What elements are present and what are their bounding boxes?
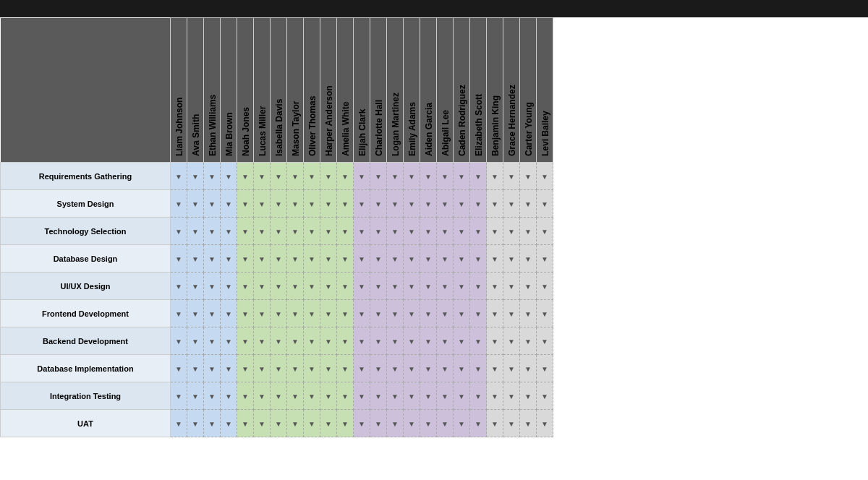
cell[interactable]: ▼ — [437, 163, 454, 190]
cell[interactable]: ▼ — [354, 273, 370, 300]
dropdown-arrow-icon[interactable]: ▼ — [541, 228, 548, 236]
dropdown-arrow-icon[interactable]: ▼ — [292, 310, 299, 318]
cell[interactable]: ▼ — [503, 327, 520, 355]
dropdown-arrow-icon[interactable]: ▼ — [408, 420, 415, 428]
cell[interactable]: ▼ — [237, 410, 254, 437]
dropdown-arrow-icon[interactable]: ▼ — [175, 310, 182, 318]
dropdown-arrow-icon[interactable]: ▼ — [491, 310, 498, 318]
dropdown-arrow-icon[interactable]: ▼ — [225, 173, 232, 181]
cell[interactable]: ▼ — [387, 355, 404, 382]
dropdown-arrow-icon[interactable]: ▼ — [458, 365, 465, 373]
dropdown-arrow-icon[interactable]: ▼ — [425, 393, 432, 400]
cell[interactable]: ▼ — [470, 273, 487, 300]
dropdown-arrow-icon[interactable]: ▼ — [358, 173, 365, 181]
dropdown-arrow-icon[interactable]: ▼ — [275, 310, 282, 318]
dropdown-arrow-icon[interactable]: ▼ — [391, 393, 399, 400]
dropdown-arrow-icon[interactable]: ▼ — [325, 338, 332, 346]
dropdown-arrow-icon[interactable]: ▼ — [508, 283, 515, 291]
dropdown-arrow-icon[interactable]: ▼ — [408, 200, 415, 208]
cell[interactable]: ▼ — [370, 300, 387, 327]
cell[interactable]: ▼ — [537, 218, 553, 245]
cell[interactable]: ▼ — [470, 163, 487, 190]
dropdown-arrow-icon[interactable]: ▼ — [491, 200, 498, 208]
dropdown-arrow-icon[interactable]: ▼ — [175, 200, 182, 208]
cell[interactable]: ▼ — [254, 300, 271, 327]
cell[interactable]: ▼ — [354, 218, 370, 245]
cell[interactable]: ▼ — [503, 163, 520, 190]
cell[interactable]: ▼ — [204, 273, 221, 300]
cell[interactable]: ▼ — [221, 218, 237, 245]
dropdown-arrow-icon[interactable]: ▼ — [292, 200, 299, 208]
cell[interactable]: ▼ — [520, 190, 537, 218]
dropdown-arrow-icon[interactable]: ▼ — [441, 255, 448, 263]
dropdown-arrow-icon[interactable]: ▼ — [341, 283, 349, 291]
dropdown-arrow-icon[interactable]: ▼ — [491, 228, 498, 236]
dropdown-arrow-icon[interactable]: ▼ — [391, 365, 399, 373]
dropdown-arrow-icon[interactable]: ▼ — [408, 228, 415, 236]
dropdown-arrow-icon[interactable]: ▼ — [508, 365, 515, 373]
dropdown-arrow-icon[interactable]: ▼ — [208, 310, 216, 318]
cell[interactable]: ▼ — [204, 410, 221, 437]
dropdown-arrow-icon[interactable]: ▼ — [391, 338, 399, 346]
dropdown-arrow-icon[interactable]: ▼ — [408, 338, 415, 346]
dropdown-arrow-icon[interactable]: ▼ — [325, 365, 332, 373]
dropdown-arrow-icon[interactable]: ▼ — [325, 228, 332, 236]
cell[interactable]: ▼ — [370, 218, 387, 245]
dropdown-arrow-icon[interactable]: ▼ — [325, 200, 332, 208]
dropdown-arrow-icon[interactable]: ▼ — [375, 393, 382, 400]
cell[interactable]: ▼ — [254, 163, 271, 190]
dropdown-arrow-icon[interactable]: ▼ — [192, 393, 199, 400]
cell[interactable]: ▼ — [387, 218, 404, 245]
dropdown-arrow-icon[interactable]: ▼ — [524, 420, 532, 428]
cell[interactable]: ▼ — [404, 355, 420, 382]
cell[interactable]: ▼ — [454, 273, 470, 300]
cell[interactable]: ▼ — [404, 382, 420, 410]
dropdown-arrow-icon[interactable]: ▼ — [208, 255, 216, 263]
cell[interactable]: ▼ — [503, 245, 520, 273]
cell[interactable]: ▼ — [287, 190, 304, 218]
cell[interactable]: ▼ — [320, 355, 337, 382]
cell[interactable]: ▼ — [337, 410, 354, 437]
cell[interactable]: ▼ — [404, 327, 420, 355]
cell[interactable]: ▼ — [404, 273, 420, 300]
cell[interactable]: ▼ — [320, 300, 337, 327]
dropdown-arrow-icon[interactable]: ▼ — [208, 420, 216, 428]
dropdown-arrow-icon[interactable]: ▼ — [341, 228, 349, 236]
cell[interactable]: ▼ — [354, 245, 370, 273]
dropdown-arrow-icon[interactable]: ▼ — [192, 200, 199, 208]
dropdown-arrow-icon[interactable]: ▼ — [458, 228, 465, 236]
dropdown-arrow-icon[interactable]: ▼ — [242, 393, 249, 400]
dropdown-arrow-icon[interactable]: ▼ — [458, 338, 465, 346]
dropdown-arrow-icon[interactable]: ▼ — [491, 283, 498, 291]
dropdown-arrow-icon[interactable]: ▼ — [258, 228, 265, 236]
dropdown-arrow-icon[interactable]: ▼ — [275, 393, 282, 400]
cell[interactable]: ▼ — [187, 273, 204, 300]
dropdown-arrow-icon[interactable]: ▼ — [358, 365, 365, 373]
dropdown-arrow-icon[interactable]: ▼ — [225, 255, 232, 263]
dropdown-arrow-icon[interactable]: ▼ — [458, 255, 465, 263]
cell[interactable]: ▼ — [470, 355, 487, 382]
cell[interactable]: ▼ — [237, 218, 254, 245]
dropdown-arrow-icon[interactable]: ▼ — [475, 393, 482, 400]
dropdown-arrow-icon[interactable]: ▼ — [475, 228, 482, 236]
dropdown-arrow-icon[interactable]: ▼ — [308, 283, 315, 291]
cell[interactable]: ▼ — [271, 410, 287, 437]
dropdown-arrow-icon[interactable]: ▼ — [441, 228, 448, 236]
dropdown-arrow-icon[interactable]: ▼ — [258, 283, 265, 291]
cell[interactable]: ▼ — [337, 382, 354, 410]
dropdown-arrow-icon[interactable]: ▼ — [325, 255, 332, 263]
cell[interactable]: ▼ — [420, 273, 437, 300]
dropdown-arrow-icon[interactable]: ▼ — [524, 228, 532, 236]
dropdown-arrow-icon[interactable]: ▼ — [375, 200, 382, 208]
cell[interactable]: ▼ — [387, 382, 404, 410]
dropdown-arrow-icon[interactable]: ▼ — [541, 173, 548, 181]
cell[interactable]: ▼ — [387, 300, 404, 327]
cell[interactable]: ▼ — [470, 410, 487, 437]
cell[interactable]: ▼ — [171, 410, 187, 437]
cell[interactable]: ▼ — [487, 163, 503, 190]
dropdown-arrow-icon[interactable]: ▼ — [508, 393, 515, 400]
dropdown-arrow-icon[interactable]: ▼ — [425, 338, 432, 346]
dropdown-arrow-icon[interactable]: ▼ — [175, 338, 182, 346]
dropdown-arrow-icon[interactable]: ▼ — [441, 393, 448, 400]
cell[interactable]: ▼ — [437, 218, 454, 245]
